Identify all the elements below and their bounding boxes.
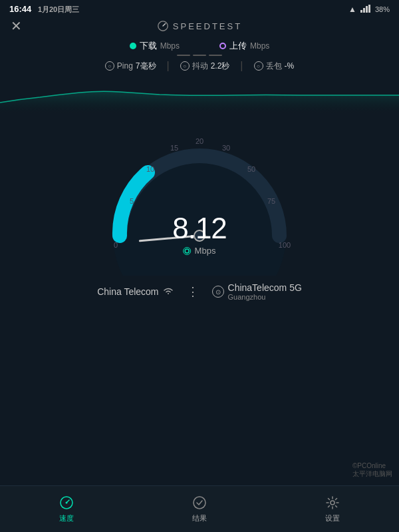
- svg-text:75: 75: [267, 197, 275, 205]
- bottom-nav: 速度 结果 设置: [0, 485, 399, 532]
- nav-result-label: 结果: [192, 513, 207, 523]
- download-label: 下载: [140, 40, 157, 52]
- svg-text:15: 15: [170, 144, 178, 152]
- svg-point-21: [331, 501, 334, 505]
- gauge-wrap: 0 5 10 15 20 30 50 75 100: [93, 129, 306, 276]
- tab-upload[interactable]: 上传 Mbps: [219, 40, 269, 52]
- nav-result-icon: [192, 495, 207, 511]
- status-time: 16:44 1月20日周三: [9, 4, 79, 15]
- app-title: SPEEDTEST: [157, 20, 242, 32]
- svg-rect-2: [366, 6, 368, 13]
- packetloss-stat: ○ 丢包 -%: [243, 61, 305, 72]
- download-unit: Mbps: [160, 41, 180, 51]
- svg-point-20: [194, 497, 205, 509]
- more-options-icon[interactable]: ⋮: [187, 284, 199, 299]
- nav-settings-label: 设置: [325, 513, 340, 523]
- stats-row: ○ Ping 7毫秒 | ○ 抖动 2.2秒 | ○ 丢包 -%: [0, 60, 399, 72]
- svg-point-17: [186, 249, 190, 253]
- watermark: ©PCOnline 太平洋电脑网: [352, 462, 392, 479]
- nav-settings-icon: [325, 495, 340, 511]
- nav-speed-icon: [59, 495, 74, 511]
- signal-icon: [360, 5, 371, 15]
- svg-text:20: 20: [196, 137, 203, 145]
- network-name-text: China Telecom: [97, 286, 158, 297]
- download-indicator: [130, 43, 136, 49]
- svg-text:100: 100: [279, 241, 291, 249]
- header: ✕ SPEEDTEST: [0, 17, 399, 37]
- svg-text:0: 0: [114, 241, 118, 249]
- speed-value: 8.12: [172, 214, 227, 243]
- nav-result[interactable]: 结果: [192, 495, 207, 523]
- svg-rect-3: [368, 5, 370, 13]
- upload-unit: Mbps: [250, 41, 269, 51]
- speed-tabs: 下载 Mbps 上传 Mbps: [0, 40, 399, 52]
- battery-icon: 38%: [375, 5, 390, 13]
- network-details: ChinaTelecom 5G Guangzhou: [228, 282, 302, 301]
- upload-label: 上传: [229, 40, 247, 52]
- ping-stat: ○ Ping 7毫秒: [94, 61, 167, 72]
- status-icons: ▲ 38%: [348, 5, 390, 15]
- ping-icon: ○: [105, 61, 114, 71]
- dashes: [0, 55, 399, 56]
- close-button[interactable]: ✕: [11, 18, 22, 34]
- svg-text:30: 30: [222, 144, 230, 152]
- tab-download[interactable]: 下载 Mbps: [130, 40, 180, 52]
- speed-chart: [0, 76, 399, 116]
- nav-settings[interactable]: 设置: [325, 495, 340, 523]
- nav-speed-label: 速度: [59, 513, 74, 523]
- svg-text:50: 50: [247, 165, 255, 173]
- globe-icon: ⊙: [212, 286, 224, 298]
- nav-speed[interactable]: 速度: [59, 495, 74, 523]
- svg-text:5: 5: [130, 197, 134, 205]
- network-info: China Telecom ⋮ ⊙ ChinaTelecom 5G Guangz…: [0, 282, 399, 301]
- packetloss-icon: ○: [254, 61, 263, 71]
- network-ssid: China Telecom: [97, 286, 173, 297]
- jitter-stat: ○ 抖动 2.2秒: [170, 61, 241, 72]
- network-provider: ⊙ ChinaTelecom 5G Guangzhou: [212, 282, 302, 301]
- svg-text:10: 10: [146, 165, 154, 173]
- upload-indicator: [219, 43, 226, 49]
- jitter-icon: ○: [180, 61, 190, 71]
- wifi-icon: [163, 286, 174, 297]
- svg-rect-1: [363, 8, 365, 13]
- speed-display: 8.12 Mbps: [172, 214, 227, 256]
- speed-unit: Mbps: [172, 246, 227, 256]
- status-bar: 16:44 1月20日周三 ▲ 38%: [0, 0, 399, 17]
- svg-point-19: [66, 502, 68, 504]
- wifi-status-icon: ▲: [348, 5, 356, 14]
- svg-rect-0: [360, 10, 362, 13]
- gauge-container: 0 5 10 15 20 30 50 75 100: [0, 129, 399, 276]
- speed-unit-icon: [184, 247, 192, 255]
